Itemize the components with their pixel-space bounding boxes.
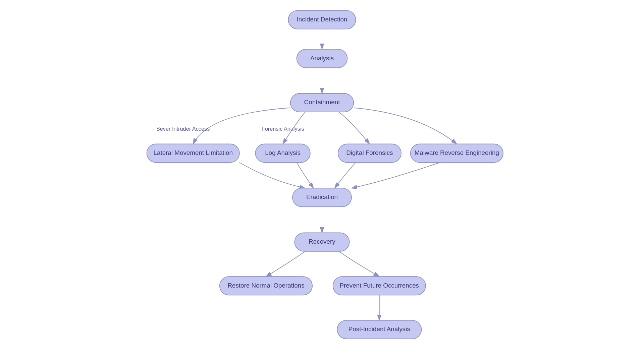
node-containment-label: Containment <box>304 99 340 106</box>
arrow-recovery-restore <box>266 251 305 277</box>
node-analysis-label: Analysis <box>310 55 334 62</box>
node-prevent-future-label: Prevent Future Occurrences <box>340 282 419 289</box>
node-post-incident-label: Post-Incident Analysis <box>348 325 410 333</box>
node-recovery-label: Recovery <box>309 238 335 245</box>
arrow-containment-malware <box>354 108 457 144</box>
label-sever-intruder: Sever Intruder Access <box>156 126 210 132</box>
node-lateral-movement-label: Lateral Movement Limitation <box>153 149 233 156</box>
node-incident-detection-label: Incident Detection <box>297 16 347 23</box>
node-eradication-label: Eradication <box>306 193 338 200</box>
node-digital-forensics-label: Digital Forensics <box>346 149 393 156</box>
label-forensic-analysis: Forensic Analysis <box>262 126 304 132</box>
arrow-digital-eradication <box>335 163 356 188</box>
arrow-recovery-prevent <box>339 251 379 277</box>
arrow-log-eradication <box>297 163 314 188</box>
node-restore-normal-label: Restore Normal Operations <box>227 282 304 289</box>
node-malware-reverse-label: Malware Reverse Engineering <box>415 149 499 156</box>
arrow-lateral-eradication <box>239 163 305 188</box>
arrow-containment-digital <box>339 112 370 144</box>
node-log-analysis-label: Log Analysis <box>265 149 301 156</box>
arrow-malware-eradication <box>352 163 440 188</box>
